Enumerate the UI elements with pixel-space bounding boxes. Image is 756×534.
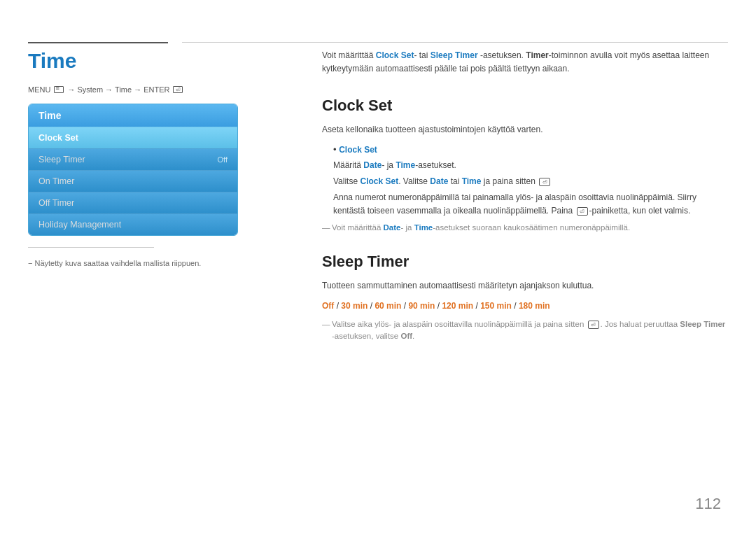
- sleep-option-30: 30 min: [341, 301, 368, 311]
- sleep-timer-desc: Tuotteen sammuttaminen automaattisesti m…: [322, 279, 728, 293]
- menu-item-holiday[interactable]: Holiday Management: [29, 213, 237, 235]
- menu-item-clockset-label: Clock Set: [38, 133, 78, 143]
- top-line-left: [28, 42, 168, 43]
- clock-set-sub1: Määritä Date- ja Time-asetukset.: [333, 159, 728, 172]
- note-time-bold: Time: [414, 223, 433, 232]
- sleep-option-90: 90 min: [408, 301, 435, 311]
- clock-set-sub2: Valitse Clock Set. Valitse Date tai Time…: [333, 175, 728, 188]
- left-divider: [28, 247, 154, 248]
- left-column: Time MENU → System → Time → ENTER ⏎ Time…: [28, 49, 238, 267]
- clock-set-bullet-title: Clock Set: [339, 145, 377, 155]
- sleep-option-150: 150 min: [480, 301, 512, 311]
- menu-item-sleeptimer-label: Sleep Timer: [38, 155, 85, 164]
- date-bold1: Date: [363, 160, 382, 170]
- off-bold-note: Off: [400, 332, 412, 340]
- clockset-bold2: Clock Set: [360, 176, 398, 186]
- menu-path-menu: MENU: [28, 85, 50, 94]
- menu-path-time: Time: [115, 85, 132, 94]
- enter-icon: ⏎: [173, 86, 183, 93]
- menu-item-offtimer[interactable]: Off Timer: [29, 192, 237, 213]
- menu-item-clockset[interactable]: Clock Set: [29, 127, 237, 148]
- footnote: − Näytetty kuva saattaa vaihdella mallis…: [28, 259, 238, 267]
- clock-set-desc: Aseta kellonaika tuotteen ajastustoimint…: [322, 123, 728, 136]
- menu-header: Time: [29, 104, 237, 127]
- menu-item-holiday-label: Holiday Management: [38, 220, 121, 230]
- intro-sleeptimer-bold: Sleep Timer: [430, 50, 478, 60]
- time-bold2: Time: [462, 176, 482, 186]
- sleep-option-60: 60 min: [374, 301, 401, 311]
- date-bold2: Date: [430, 176, 448, 186]
- menu-item-ontimer-label: On Timer: [38, 176, 74, 186]
- clock-set-sub3: Anna numerot numeronäppäimillä tai paina…: [333, 191, 728, 218]
- sleep-option-off: Off: [322, 301, 334, 311]
- top-line-right: [182, 42, 728, 43]
- clock-set-section: Clock Set Aseta kellonaika tuotteen ajas…: [322, 97, 728, 234]
- menu-path-arrow1: →: [67, 85, 75, 94]
- menu-path-system: System: [77, 85, 103, 94]
- clock-set-title: Clock Set: [322, 97, 728, 115]
- enter-icon-inline1: ⏎: [539, 178, 550, 186]
- menu-path-arrow3: →: [134, 85, 141, 94]
- sleep-timer-title: Sleep Timer: [322, 253, 728, 271]
- menu-path-enter: ENTER: [144, 85, 169, 94]
- right-column: Voit määrittää Clock Set- tai Sleep Time…: [322, 49, 728, 342]
- menu-box: Time Clock Set Sleep Timer Off On Timer …: [28, 104, 238, 236]
- menu-item-offtimer-label: Off Timer: [38, 198, 74, 208]
- clock-set-note: Voit määrittää Date- ja Time-asetukset s…: [322, 222, 728, 234]
- menu-path-arrow2: →: [105, 85, 113, 94]
- menu-item-sleeptimer[interactable]: Sleep Timer Off: [29, 148, 237, 170]
- enter-icon-sleep: ⏎: [588, 321, 599, 329]
- sleep-option-120: 120 min: [442, 301, 473, 311]
- menu-icon: [54, 86, 64, 93]
- menu-path: MENU → System → Time → ENTER ⏎: [28, 85, 238, 94]
- page-number: 112: [695, 495, 721, 513]
- sleep-timer-bold-note: Sleep Timer: [680, 320, 725, 328]
- sleep-option-180: 180 min: [519, 301, 550, 311]
- note-date-bold: Date: [384, 223, 401, 232]
- enter-icon-inline2: ⏎: [577, 207, 588, 216]
- clock-set-bullet: Clock Set: [333, 144, 728, 155]
- menu-item-sleeptimer-value: Off: [218, 155, 227, 164]
- menu-item-ontimer[interactable]: On Timer: [29, 170, 237, 192]
- sleep-timer-note: Valitse aika ylös- ja alaspäin osoittavi…: [322, 318, 728, 343]
- sleep-timer-section: Sleep Timer Tuotteen sammuttaminen autom…: [322, 253, 728, 343]
- time-bold1: Time: [396, 160, 415, 170]
- sleep-timer-options: Off / 30 min / 60 min / 90 min / 120 min…: [322, 300, 728, 313]
- intro-text: Voit määrittää Clock Set- tai Sleep Time…: [322, 49, 728, 76]
- page-title: Time: [28, 49, 238, 73]
- intro-timer-bold: Timer: [526, 50, 548, 60]
- intro-clockset-bold: Clock Set: [376, 50, 414, 60]
